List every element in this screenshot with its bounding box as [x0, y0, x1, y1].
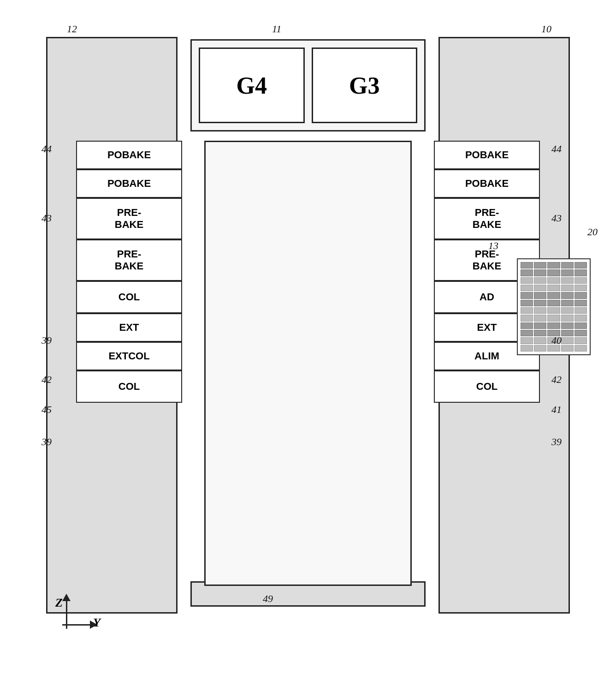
g4-label: G4	[237, 72, 267, 99]
window-g4: G4	[199, 48, 305, 123]
stack-cell: POBAKE	[76, 169, 182, 198]
stack-cell: POBAKE	[76, 141, 182, 169]
ref-10: 10	[541, 23, 551, 35]
stack-cell-extcol: EXTCOL	[76, 342, 182, 370]
g3-label: G3	[349, 72, 379, 99]
ref-49: 49	[263, 593, 273, 605]
left-stack: POBAKE POBAKE PRE-BAKE PRE-BAKE COL EXT …	[76, 141, 182, 403]
window-g3: G3	[312, 48, 418, 123]
stack-cell-pobake2: POBAKE	[434, 169, 540, 198]
ref-44-left: 44	[41, 143, 52, 155]
stack-cell-prebake1: PRE-BAKE	[434, 198, 540, 239]
y-coord-label: Y	[93, 616, 101, 630]
stack-cell: PRE-BAKE	[76, 239, 182, 281]
ref-44-right: 44	[551, 143, 562, 155]
ref-40: 40	[551, 334, 562, 346]
ref-42-right: 42	[551, 374, 562, 386]
center-inner-border	[204, 141, 412, 586]
y-axis-arrow	[62, 620, 97, 629]
stack-cell-pobake1: POBAKE	[434, 141, 540, 169]
ref-42-left: 42	[41, 374, 52, 386]
ref-43-right: 43	[551, 212, 562, 224]
window-area: G4 G3	[190, 39, 426, 131]
stack-cell-ext1: EXT	[76, 313, 182, 342]
coordinate-system: Z Y	[55, 594, 101, 640]
ref-39-right2: 39	[551, 436, 562, 448]
ref-39-left: 39	[41, 334, 52, 346]
ref-20: 20	[587, 226, 598, 238]
ref-43-left: 43	[41, 212, 52, 224]
stack-cell-col3: COL	[434, 370, 540, 403]
ref-11: 11	[272, 23, 281, 35]
ref-13: 13	[488, 240, 498, 252]
stack-cell-col2: COL	[76, 370, 182, 403]
z-coord-label: Z	[55, 596, 63, 610]
ref-39-left2: 39	[41, 436, 52, 448]
ref-41: 41	[551, 404, 562, 416]
stack-cell-col1: COL	[76, 281, 182, 313]
stack-cell: PRE-BAKE	[76, 198, 182, 239]
ref-45: 45	[41, 404, 52, 416]
ref-12: 12	[67, 23, 77, 35]
